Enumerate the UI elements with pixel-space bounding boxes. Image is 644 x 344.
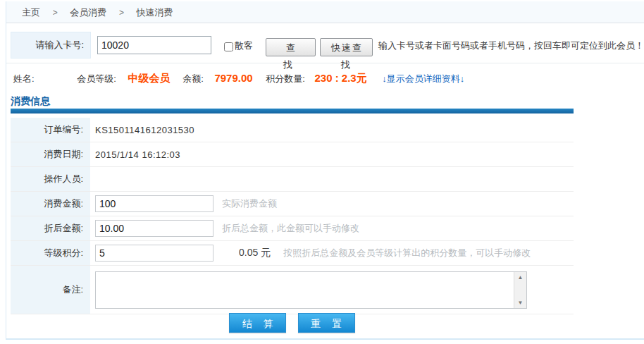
operator-label: 操作人员: [11,167,90,191]
page-frame: 主页 > 会员消费 > 快速消费 请输入卡号: 散客 查 找 快速查找 输入卡号… [6,1,644,340]
member-balance-value: 7979.00 [214,72,252,84]
remark-textarea-wrap: ▲ ▼ [95,271,527,309]
member-points-value: 230 : 2.3元 [314,72,366,84]
breadcrumb: 主页 > 会员消费 > 快速消费 [6,1,644,23]
member-name-label: 姓名: [13,73,35,84]
consume-amount-label: 消费金额: [11,192,90,216]
scroll-up-icon[interactable]: ▲ [514,272,526,283]
discounted-amount-input[interactable] [95,220,213,237]
level-points-input[interactable] [95,245,213,262]
consume-amount-hint: 实际消费金额 [222,197,277,210]
member-level-label: 会员等级: [77,73,116,84]
form-row-discounted-amount: 折后金额: 折后总金额，此金额可以手动修改 [11,216,574,241]
remark-textarea[interactable] [96,272,514,308]
card-search-bar: 请输入卡号: 散客 查 找 快速查找 输入卡号或者卡面号码或者手机号码，按回车即… [6,28,644,63]
form-row-consume-amount: 消费金额: 实际消费金额 [11,192,574,216]
form-row-level-points: 等级积分: 0.05 元 按照折后总金额及会员等级计算出的积分数量，可以手动修改 [11,241,574,266]
level-points-hint: 按照折后总金额及会员等级计算出的积分数量，可以手动修改 [283,247,531,259]
breadcrumb-separator: > [119,8,124,18]
section-title: 消费信息 [11,95,50,108]
level-points-amount: 0.05 元 [239,247,271,259]
form-row-operator: 操作人员: [11,167,574,192]
action-buttons: 结 算 重 置 [11,313,574,333]
breadcrumb-member-consume[interactable]: 会员消费 [70,7,106,18]
settle-button[interactable]: 结 算 [229,313,286,333]
level-points-label: 等级积分: [11,241,90,265]
form-row-consume-date: 消费日期: 2015/1/14 16:12:03 [11,142,574,167]
search-button[interactable]: 查 找 [266,38,316,56]
card-number-input[interactable] [97,36,211,54]
breadcrumb-separator: > [53,8,58,18]
guest-checkbox[interactable] [224,42,233,51]
guest-checkbox-label: 散客 [235,28,253,63]
quick-search-button[interactable]: 快速查找 [320,38,373,56]
consume-date-value: 2015/1/14 16:12:03 [95,149,180,160]
search-hint-text: 输入卡号或者卡面号码或者手机号码，按回车即可定位到此会员！ [378,28,644,63]
member-level-value: 中级会员 [128,72,171,84]
consume-form: 订单编号: KS1501141612031530 消费日期: 2015/1/14… [11,118,574,314]
order-no-label: 订单编号: [11,118,90,142]
section-title-bar [11,109,574,113]
remark-scrollbar[interactable]: ▲ ▼ [514,272,526,308]
breadcrumb-home[interactable]: 主页 [22,7,40,18]
reset-button[interactable]: 重 置 [298,313,355,333]
member-balance-label: 余额: [182,73,204,84]
card-number-label: 请输入卡号: [11,32,91,59]
consume-amount-input[interactable] [95,195,213,212]
member-points-label: 积分数量: [266,73,305,84]
discounted-amount-label: 折后金额: [11,216,90,240]
form-row-remark: 备注: ▲ ▼ [11,266,574,314]
remark-label: 备注: [11,266,90,314]
member-info-row: 姓名: 会员等级: 中级会员 余额: 7979.00 积分数量: 230 : 2… [6,63,644,93]
scroll-down-icon[interactable]: ▼ [514,297,526,308]
show-member-detail-link[interactable]: ↓显示会员详细资料↓ [382,73,464,84]
discounted-amount-hint: 折后总金额，此金额可以手动修改 [222,222,359,235]
breadcrumb-quick-consume[interactable]: 快速消费 [137,7,173,18]
consume-date-label: 消费日期: [11,142,90,166]
form-row-order-no: 订单编号: KS1501141612031530 [11,118,574,142]
page: 主页 > 会员消费 > 快速消费 请输入卡号: 散客 查 找 快速查找 输入卡号… [0,0,644,344]
order-no-value: KS1501141612031530 [95,125,194,135]
